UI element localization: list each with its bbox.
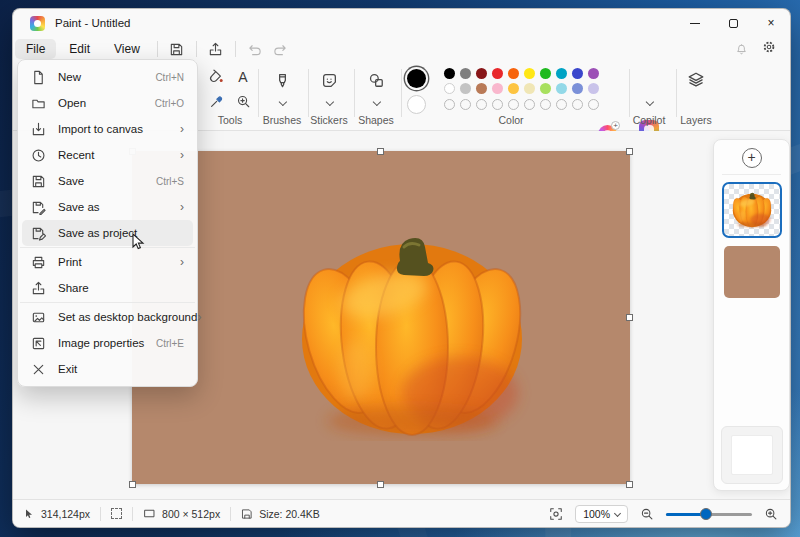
resize-handle-top-right[interactable] bbox=[626, 148, 633, 155]
menu-item-import-to-canvas[interactable]: Import to canvas › bbox=[22, 116, 193, 142]
color-swatch[interactable] bbox=[588, 68, 599, 79]
color-swatch[interactable] bbox=[444, 68, 455, 79]
resize-handle-bottom-right[interactable] bbox=[626, 481, 633, 488]
resize-handle-bottom-left[interactable] bbox=[129, 481, 136, 488]
resize-handle-mid-right[interactable] bbox=[626, 314, 633, 321]
color-swatch[interactable] bbox=[444, 83, 455, 94]
fit-to-screen-button[interactable] bbox=[549, 507, 563, 521]
magnifier-tool-button[interactable] bbox=[232, 90, 254, 112]
layers-button[interactable] bbox=[685, 69, 707, 91]
zoom-level-dropdown[interactable]: 100% bbox=[575, 505, 628, 523]
menu-item-recent[interactable]: Recent › bbox=[22, 142, 193, 168]
color-swatch[interactable] bbox=[508, 68, 519, 79]
group-divider bbox=[629, 69, 630, 117]
chevron-down-icon bbox=[646, 98, 654, 106]
drawing-canvas[interactable] bbox=[132, 151, 630, 484]
empty-color-slot[interactable] bbox=[588, 99, 599, 110]
menu-item-set-as-desktop-background[interactable]: Set as desktop background › bbox=[22, 304, 193, 330]
color-swatch[interactable] bbox=[492, 68, 503, 79]
menu-item-save[interactable]: Save Ctrl+S bbox=[22, 168, 193, 194]
color-swatch[interactable] bbox=[556, 68, 567, 79]
pumpkin-artwork bbox=[292, 221, 532, 441]
save-button[interactable] bbox=[164, 39, 190, 59]
exit-x-icon bbox=[31, 362, 46, 377]
submenu-arrow-icon: › bbox=[197, 310, 201, 324]
shapes-group-label: Shapes bbox=[358, 114, 394, 126]
resize-handle-bottom-center[interactable] bbox=[377, 481, 384, 488]
status-divider bbox=[230, 507, 231, 521]
text-tool-button[interactable]: A bbox=[232, 66, 254, 88]
color-swatch[interactable] bbox=[492, 83, 503, 94]
stickers-button[interactable] bbox=[318, 69, 340, 91]
paint-app-icon bbox=[30, 16, 45, 31]
menu-item-print[interactable]: Print › bbox=[22, 249, 193, 275]
sticker-icon bbox=[321, 72, 338, 89]
view-menu-button[interactable]: View bbox=[103, 39, 151, 59]
secondary-color-swatch[interactable] bbox=[407, 95, 426, 114]
zoom-slider-handle[interactable] bbox=[700, 508, 712, 520]
color-swatch[interactable] bbox=[460, 83, 471, 94]
chevron-down-icon bbox=[373, 98, 381, 106]
clock-icon bbox=[31, 148, 46, 163]
add-layer-button[interactable]: + bbox=[742, 148, 762, 168]
close-button[interactable]: × bbox=[752, 9, 790, 37]
empty-color-slot[interactable] bbox=[556, 99, 567, 110]
color-swatch[interactable] bbox=[540, 83, 551, 94]
fill-tool-button[interactable] bbox=[205, 66, 227, 88]
layer-thumbnail-background-color[interactable] bbox=[724, 246, 780, 298]
color-palette bbox=[441, 66, 601, 112]
share-button[interactable] bbox=[203, 39, 229, 59]
layers-panel: + bbox=[713, 139, 790, 491]
color-swatch[interactable] bbox=[476, 68, 487, 79]
file-menu-button[interactable]: File bbox=[15, 39, 56, 59]
group-divider bbox=[401, 69, 402, 117]
color-swatch[interactable] bbox=[460, 68, 471, 79]
undo-button[interactable] bbox=[242, 39, 268, 59]
empty-color-slot[interactable] bbox=[460, 99, 471, 110]
menu-separator bbox=[20, 247, 195, 248]
color-swatch[interactable] bbox=[556, 83, 567, 94]
empty-color-slot[interactable] bbox=[444, 99, 455, 110]
color-swatch[interactable] bbox=[572, 83, 583, 94]
color-swatch[interactable] bbox=[524, 68, 535, 79]
background-layer-thumbnail[interactable] bbox=[731, 435, 773, 475]
menu-item-open[interactable]: Open Ctrl+O bbox=[22, 90, 193, 116]
primary-color-swatch[interactable] bbox=[407, 69, 426, 88]
menu-item-new[interactable]: New Ctrl+N bbox=[22, 64, 193, 90]
empty-color-slot[interactable] bbox=[508, 99, 519, 110]
menu-item-save-as[interactable]: Save as › bbox=[22, 194, 193, 220]
status-bar: 314,124px 800 × 512px Size: 20.4KB 100% bbox=[13, 499, 790, 527]
canvas-size-segment: 800 × 512px bbox=[143, 507, 220, 520]
menu-item-exit[interactable]: Exit bbox=[22, 356, 193, 382]
layer-thumbnail-pumpkin[interactable] bbox=[724, 184, 780, 236]
empty-color-slot[interactable] bbox=[476, 99, 487, 110]
edit-menu-button[interactable]: Edit bbox=[58, 39, 101, 59]
color-swatch[interactable] bbox=[524, 83, 535, 94]
minimize-button[interactable] bbox=[676, 9, 714, 37]
color-swatch[interactable] bbox=[588, 83, 599, 94]
empty-color-slot[interactable] bbox=[524, 99, 535, 110]
color-swatch[interactable] bbox=[476, 83, 487, 94]
settings-gear-button[interactable] bbox=[762, 40, 776, 58]
menu-item-image-properties[interactable]: Image properties Ctrl+E bbox=[22, 330, 193, 356]
color-swatch[interactable] bbox=[508, 83, 519, 94]
maximize-button[interactable] bbox=[714, 9, 752, 37]
zoom-in-button[interactable] bbox=[764, 507, 778, 521]
redo-button[interactable] bbox=[268, 39, 294, 59]
color-swatch[interactable] bbox=[572, 68, 583, 79]
color-swatch[interactable] bbox=[540, 68, 551, 79]
menu-item-save-as-project[interactable]: Save as project bbox=[22, 220, 193, 246]
stickers-group-label: Stickers bbox=[310, 114, 347, 126]
menu-item-share[interactable]: Share bbox=[22, 275, 193, 301]
paint-window: Paint - Untitled × File Edit View bbox=[12, 8, 791, 528]
shapes-button[interactable] bbox=[365, 69, 387, 91]
empty-color-slot[interactable] bbox=[540, 99, 551, 110]
empty-color-slot[interactable] bbox=[492, 99, 503, 110]
zoom-out-button[interactable] bbox=[640, 507, 654, 521]
empty-color-slot[interactable] bbox=[572, 99, 583, 110]
eyedropper-tool-button[interactable] bbox=[205, 90, 227, 112]
brushes-button[interactable] bbox=[271, 69, 293, 91]
zoom-slider[interactable] bbox=[666, 507, 752, 521]
resize-handle-top-center[interactable] bbox=[377, 148, 384, 155]
notification-bell-icon[interactable] bbox=[735, 43, 748, 56]
